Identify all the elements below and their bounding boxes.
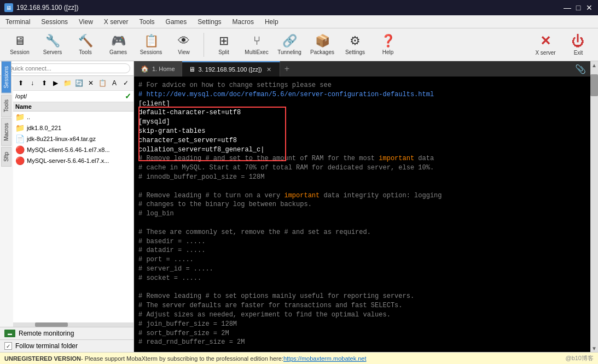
terminal-line: # Remove leading # and set to the amount… — [138, 154, 586, 163]
sessions-label: Sessions — [140, 49, 162, 55]
scrollbar-track[interactable] — [13, 322, 133, 327]
toolbar-split[interactable]: ⊞ Split — [208, 31, 239, 59]
terminal-line: # These are commonly set, remove the # a… — [138, 228, 586, 237]
status-suffix: @b10博客 — [565, 354, 594, 362]
file-browser: ⬆ ↓ ⬆ ▶ 📁 🔄 ✕ 📋 A ✓ ✓ Name — [0, 76, 133, 327]
toolbar-exit[interactable]: ⏻ Exit — [563, 31, 594, 59]
menu-games[interactable]: Games — [160, 15, 193, 28]
ssh-tab-icon: 🖥 — [189, 66, 195, 73]
scroll-down-btn[interactable]: ▼ — [590, 344, 598, 352]
sidebar-item-macros[interactable]: Macros — [1, 118, 11, 146]
toolbar-view[interactable]: 👁 View — [169, 31, 199, 59]
file-item-name: MySQL-client-5.6.46-1.el7.x8... — [27, 146, 131, 153]
terminal-line: # Adjust sizes as needed, experiment to … — [138, 310, 586, 320]
menu-bar: Terminal Sessions View X server Tools Ga… — [0, 15, 598, 28]
status-link[interactable]: https://mobaxterm.mobatek.net — [283, 355, 367, 362]
menu-macros[interactable]: Macros — [227, 15, 259, 28]
menu-xserver[interactable]: X server — [98, 15, 134, 28]
ssh-tab-label: 3. 192.168.95.100 ([zz]) — [199, 66, 262, 73]
close-button[interactable]: ✕ — [585, 3, 594, 12]
menu-view[interactable]: View — [73, 15, 98, 28]
tab-add-btn[interactable]: + — [280, 61, 294, 77]
xserver-icon: ✕ — [540, 33, 551, 49]
sidebar-item-tools[interactable]: Tools — [1, 95, 11, 117]
terminal-area: 🏠 1. Home 🖥 3. 192.168.95.100 ([zz]) ✕ +… — [134, 61, 590, 352]
toolbar-tools[interactable]: 🔨 Tools — [70, 31, 101, 59]
list-item[interactable]: 🔴 MySQL-client-5.6.46-1.el7.x8... — [13, 144, 133, 155]
file-up-btn[interactable]: ⬆ — [15, 78, 26, 89]
paperclip-icon: 📎 — [571, 61, 590, 77]
minimize-button[interactable]: — — [563, 3, 572, 12]
right-scrollbar[interactable]: ▲ ▼ — [590, 61, 598, 352]
menu-tools[interactable]: Tools — [134, 15, 160, 28]
file-up2-btn[interactable]: ⬆ — [39, 78, 49, 89]
sidebar-item-sessions[interactable]: Sessions — [1, 61, 11, 93]
terminal-line: default-character-set=utf8 — [138, 108, 586, 118]
file-refresh-btn[interactable]: ▶ — [50, 78, 61, 89]
terminal-line — [138, 219, 586, 228]
scroll-up-btn[interactable]: ▲ — [590, 61, 598, 69]
file-copy-btn[interactable]: 📋 — [97, 78, 108, 89]
menu-sessions[interactable]: Sessions — [36, 15, 73, 28]
terminal-line: # Remove leading # to set options mainly… — [138, 292, 586, 301]
menu-help[interactable]: Help — [259, 15, 284, 28]
terminal-line: # server_id = ..... — [138, 265, 586, 274]
scrollbar-thumb[interactable] — [35, 322, 68, 327]
terminal-line: [mysqld] — [138, 118, 586, 127]
file-path-input[interactable] — [15, 93, 125, 99]
sidebar-item-sftp[interactable]: Sftp — [1, 147, 11, 167]
quick-connect-input[interactable] — [3, 63, 130, 73]
toolbar-multiexec[interactable]: ⑂ MultiExec — [241, 31, 272, 59]
home-tab-icon: 🏠 — [141, 65, 149, 73]
list-item[interactable]: 🔴 MySQL-server-5.6.46-1.el7.x... — [13, 155, 133, 166]
terminal-line: # basedir = ..... — [138, 237, 586, 246]
toolbar-sessions[interactable]: 📋 Sessions — [136, 31, 166, 59]
archive-icon: 📄 — [15, 134, 25, 143]
tab-ssh[interactable]: 🖥 3. 192.168.95.100 ([zz]) ✕ — [182, 61, 280, 77]
terminal-line: # read_rnd_buffer_size = 2M — [138, 338, 586, 347]
toolbar-settings[interactable]: ⚙ Settings — [340, 31, 370, 59]
file-list: Name 📁 .. 📁 jdk1.8.0_221 📄 jdk-8u221-lin… — [13, 102, 133, 322]
menu-terminal[interactable]: Terminal — [0, 15, 36, 28]
toolbar-xserver[interactable]: ✕ X server — [530, 31, 561, 59]
file-new-folder-btn[interactable]: 📁 — [62, 78, 73, 89]
tab-bar: 🏠 1. Home 🖥 3. 192.168.95.100 ([zz]) ✕ +… — [134, 61, 590, 77]
toolbar-servers[interactable]: 🔧 Servers — [37, 31, 68, 59]
toolbar-right: ✕ X server ⏻ Exit — [530, 31, 594, 59]
tunneling-icon: 🔗 — [282, 34, 297, 48]
tab-home[interactable]: 🏠 1. Home — [134, 61, 182, 77]
toolbar-tunneling[interactable]: 🔗 Tunneling — [274, 31, 305, 59]
toolbar-games[interactable]: 🎮 Games — [103, 31, 133, 59]
terminal-content[interactable]: # For advice on how to change settings p… — [134, 77, 590, 352]
file-rename-btn[interactable]: A — [109, 78, 119, 89]
status-bar: UNREGISTERED VERSION - Please support Mo… — [0, 352, 598, 364]
toolbar-help[interactable]: ❓ Help — [373, 31, 403, 59]
scroll-thumb[interactable] — [590, 74, 598, 96]
file-reload-btn[interactable]: 🔄 — [74, 78, 84, 89]
terminal-line: # For advice on how to change settings p… — [138, 81, 586, 90]
xserver-label: X server — [535, 50, 555, 56]
terminal-line: # Remove leading # to turn on a very imp… — [138, 191, 586, 201]
ssh-tab-close[interactable]: ✕ — [265, 66, 273, 73]
file-down-btn[interactable]: ↓ — [27, 78, 37, 89]
path-ok-btn[interactable]: ✓ — [125, 92, 131, 101]
file-ok-btn[interactable]: ✓ — [121, 78, 131, 89]
follow-folder-btn[interactable]: Follow terminal folder — [0, 340, 133, 352]
app-icon: 🖥 — [4, 3, 13, 12]
toolbar-packages[interactable]: 📦 Packages — [307, 31, 338, 59]
remote-monitoring-btn[interactable]: ▬ Remote monitoring — [0, 327, 133, 340]
sidebar-scrollbar[interactable] — [13, 322, 133, 327]
folder-icon: 📁 — [15, 124, 25, 132]
maximize-button[interactable]: □ — [574, 3, 583, 12]
list-item[interactable]: 📁 .. — [13, 111, 133, 122]
menu-settings[interactable]: Settings — [192, 15, 227, 28]
list-item[interactable]: 📁 jdk1.8.0_221 — [13, 122, 133, 133]
list-item[interactable]: 📄 jdk-8u221-linux-x64.tar.gz — [13, 133, 133, 144]
title-bar: 🖥 192.168.95.100 ([zz]) — □ ✕ — [0, 0, 598, 15]
file-name-column: Name — [15, 103, 32, 110]
file-delete-btn[interactable]: ✕ — [85, 78, 96, 89]
terminal-line: # join_buffer_size = 128M — [138, 320, 586, 329]
toolbar-session[interactable]: 🖥 Session — [4, 31, 35, 59]
terminal-line — [138, 347, 586, 352]
scroll-track[interactable] — [590, 69, 598, 344]
